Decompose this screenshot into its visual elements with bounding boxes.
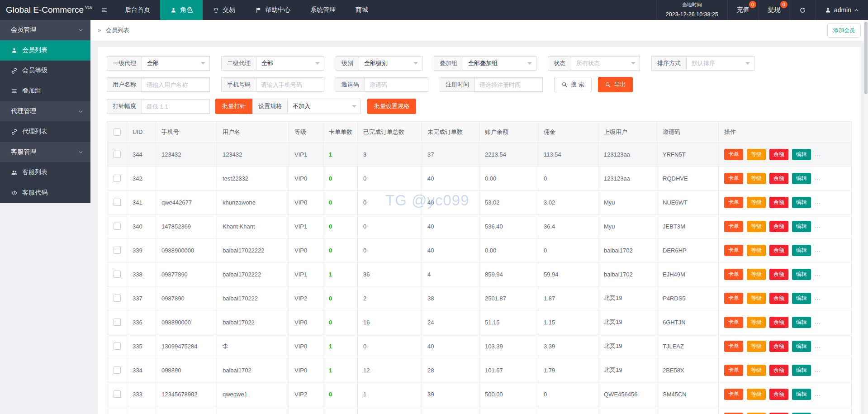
- row-checkbox[interactable]: [114, 175, 121, 182]
- input-phone[interactable]: [256, 77, 324, 92]
- action-level-button[interactable]: 等级: [747, 269, 766, 280]
- row-checkbox[interactable]: [114, 271, 121, 278]
- nav-tab-mall[interactable]: 商城: [346, 0, 378, 20]
- nav-tab-help-center[interactable]: 帮助中心: [245, 0, 300, 20]
- row-more-button[interactable]: ...: [815, 366, 821, 373]
- nav-tab-trade[interactable]: 交易: [203, 0, 245, 20]
- action-balance-button[interactable]: 余额: [769, 269, 788, 280]
- action-balance-button[interactable]: 余额: [769, 389, 788, 400]
- batch-spec-button[interactable]: 批量设置规格: [367, 99, 416, 114]
- row-checkbox[interactable]: [114, 319, 121, 326]
- export-button[interactable]: 导出: [598, 77, 633, 92]
- input-reg-time[interactable]: [475, 77, 543, 92]
- input-needle-range[interactable]: [142, 99, 210, 114]
- action-balance-button[interactable]: 余额: [769, 293, 788, 304]
- action-balance-button[interactable]: 余额: [769, 245, 788, 256]
- nav-tab-roles[interactable]: 角色: [160, 0, 203, 20]
- action-card-order-button[interactable]: 卡单: [724, 293, 743, 304]
- row-more-button[interactable]: ...: [815, 319, 821, 325]
- row-checkbox[interactable]: [114, 366, 121, 374]
- action-level-button[interactable]: 等级: [747, 413, 766, 414]
- action-edit-button[interactable]: 编辑: [792, 293, 811, 304]
- row-more-button[interactable]: ...: [815, 295, 821, 301]
- select-all-checkbox[interactable]: [114, 128, 121, 136]
- filter-second-agent-select[interactable]: 全部: [256, 56, 324, 71]
- action-edit-button[interactable]: 编辑: [792, 197, 811, 208]
- filter-first-agent-select[interactable]: 全部: [142, 56, 210, 71]
- filter-status-select[interactable]: 所有状态: [571, 56, 640, 71]
- sidebar-item-agent-list[interactable]: 代理列表: [0, 122, 90, 142]
- action-card-order-button[interactable]: 卡单: [724, 317, 743, 328]
- nav-tab-dashboard[interactable]: 后台首页: [115, 0, 160, 20]
- action-edit-button[interactable]: 编辑: [792, 173, 811, 184]
- action-card-order-button[interactable]: 卡单: [724, 173, 743, 184]
- input-invite-code[interactable]: [365, 77, 428, 92]
- row-more-button[interactable]: ...: [815, 199, 821, 205]
- action-card-order-button[interactable]: 卡单: [724, 341, 743, 352]
- row-more-button[interactable]: ...: [815, 151, 821, 157]
- action-card-order-button[interactable]: 卡单: [724, 365, 743, 376]
- row-more-button[interactable]: ...: [815, 343, 821, 349]
- action-edit-button[interactable]: 编辑: [792, 149, 811, 160]
- withdraw-button[interactable]: 提现 0: [759, 0, 790, 20]
- sidebar-item-member-level[interactable]: 会员等级: [0, 61, 90, 81]
- recharge-button[interactable]: 充值 0: [727, 0, 759, 20]
- sidebar-item-stack-group[interactable]: 叠加组: [0, 81, 90, 101]
- action-level-button[interactable]: 等级: [747, 293, 766, 304]
- action-edit-button[interactable]: 编辑: [792, 365, 811, 376]
- admin-menu[interactable]: admin: [815, 0, 868, 20]
- action-card-order-button[interactable]: 卡单: [724, 197, 743, 208]
- add-member-button[interactable]: 添加会员: [827, 24, 861, 38]
- vertical-scrollbar[interactable]: [864, 20, 868, 414]
- action-level-button[interactable]: 等级: [747, 221, 766, 232]
- row-more-button[interactable]: ...: [815, 390, 821, 397]
- batch-needle-button[interactable]: 批量打针: [215, 99, 252, 114]
- sidebar-group-member-mgmt[interactable]: 会员管理: [0, 20, 90, 40]
- scrollbar-thumb[interactable]: [864, 22, 868, 94]
- action-balance-button[interactable]: 余额: [769, 149, 788, 160]
- action-edit-button[interactable]: 编辑: [792, 221, 811, 232]
- action-balance-button[interactable]: 余额: [769, 341, 788, 352]
- filter-stack-group-select[interactable]: 全部叠加组: [463, 56, 536, 71]
- filter-level-select[interactable]: 全部级别: [359, 56, 422, 71]
- action-balance-button[interactable]: 余额: [769, 197, 788, 208]
- action-card-order-button[interactable]: 卡单: [724, 413, 743, 414]
- action-edit-button[interactable]: 编辑: [792, 389, 811, 400]
- action-balance-button[interactable]: 余额: [769, 173, 788, 184]
- action-edit-button[interactable]: 编辑: [792, 317, 811, 328]
- action-edit-button[interactable]: 编辑: [792, 245, 811, 256]
- filter-spec-select[interactable]: 不加入: [288, 99, 361, 114]
- action-level-button[interactable]: 等级: [747, 389, 766, 400]
- sidebar-item-service-code[interactable]: 客服代码: [0, 183, 90, 203]
- row-more-button[interactable]: ...: [815, 223, 821, 229]
- row-checkbox[interactable]: [114, 223, 121, 230]
- action-balance-button[interactable]: 余额: [769, 413, 788, 414]
- action-edit-button[interactable]: 编辑: [792, 413, 811, 414]
- action-balance-button[interactable]: 余额: [769, 317, 788, 328]
- row-more-button[interactable]: ...: [815, 247, 821, 253]
- input-username[interactable]: [142, 77, 210, 92]
- action-card-order-button[interactable]: 卡单: [724, 389, 743, 400]
- action-level-button[interactable]: 等级: [747, 365, 766, 376]
- action-level-button[interactable]: 等级: [747, 341, 766, 352]
- action-balance-button[interactable]: 余额: [769, 221, 788, 232]
- action-card-order-button[interactable]: 卡单: [724, 221, 743, 232]
- refresh-button[interactable]: [790, 0, 815, 20]
- nav-tab-system[interactable]: 系统管理: [300, 0, 346, 20]
- sidebar-group-agent-mgmt[interactable]: 代理管理: [0, 101, 90, 122]
- action-edit-button[interactable]: 编辑: [792, 269, 811, 280]
- row-checkbox[interactable]: [114, 199, 121, 206]
- row-checkbox[interactable]: [114, 151, 121, 158]
- action-card-order-button[interactable]: 卡单: [724, 245, 743, 256]
- action-level-button[interactable]: 等级: [747, 197, 766, 208]
- sidebar-item-member-list[interactable]: 会员列表: [0, 40, 90, 61]
- action-balance-button[interactable]: 余额: [769, 365, 788, 376]
- action-level-button[interactable]: 等级: [747, 317, 766, 328]
- sidebar-group-service-mgmt[interactable]: 客服管理: [0, 142, 90, 162]
- action-card-order-button[interactable]: 卡单: [724, 149, 743, 160]
- action-level-button[interactable]: 等级: [747, 173, 766, 184]
- action-card-order-button[interactable]: 卡单: [724, 269, 743, 280]
- action-level-button[interactable]: 等级: [747, 245, 766, 256]
- action-edit-button[interactable]: 编辑: [792, 341, 811, 352]
- row-checkbox[interactable]: [114, 247, 121, 254]
